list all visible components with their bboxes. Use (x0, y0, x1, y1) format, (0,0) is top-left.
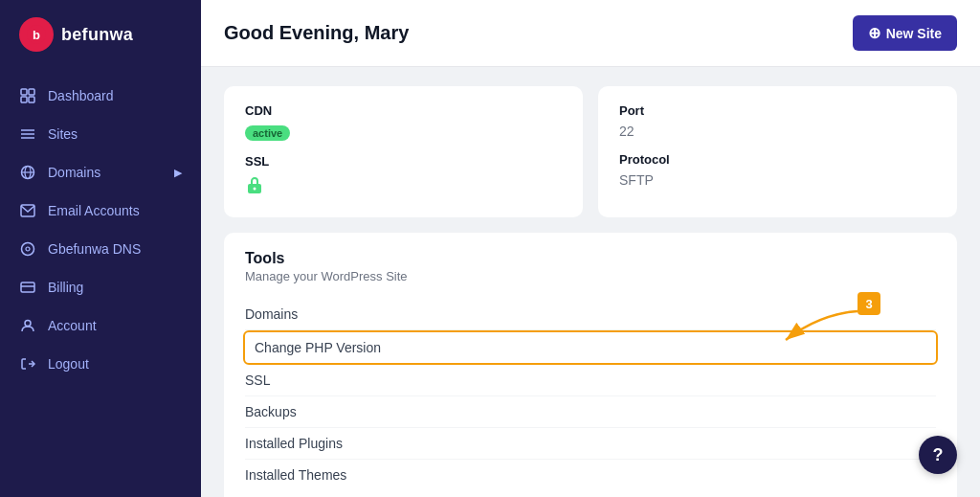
cdn-active-badge: active (245, 125, 290, 141)
annotation-arrow (781, 309, 867, 348)
logo[interactable]: b befunwa (0, 0, 201, 69)
cdn-field: CDN active (245, 103, 562, 141)
tools-item-ssl[interactable]: SSL (245, 365, 936, 396)
logout-icon (19, 355, 36, 373)
sidebar-item-billing-label: Billing (48, 280, 83, 295)
protocol-value: SFTP (619, 172, 936, 188)
port-value: 22 (619, 124, 936, 139)
sidebar-item-dashboard-label: Dashboard (48, 88, 114, 103)
dashboard-icon (19, 87, 36, 104)
help-button[interactable]: ? (919, 436, 957, 474)
tools-subtitle: Manage your WordPress Site (245, 269, 936, 283)
main-area: Good Evening, Mary ⊕ New Site CDN active… (201, 0, 980, 497)
ssl-label: SSL (245, 154, 562, 169)
brand-name: befunwa (61, 25, 133, 45)
email-icon (19, 202, 36, 219)
port-field: Port 22 (619, 103, 936, 139)
svg-rect-15 (21, 282, 34, 292)
new-site-button[interactable]: ⊕ New Site (853, 15, 957, 51)
annotation-step: 3 (858, 292, 880, 315)
cdn-ssl-card: CDN active SSL (224, 86, 583, 217)
sidebar-item-logout-label: Logout (48, 356, 89, 372)
svg-rect-4 (21, 97, 27, 102)
page-title: Good Evening, Mary (224, 22, 409, 44)
help-icon: ? (933, 445, 944, 465)
new-site-label: New Site (886, 26, 942, 41)
sites-icon (19, 125, 36, 143)
svg-point-17 (25, 321, 31, 327)
sidebar-item-account[interactable]: Account (0, 306, 201, 345)
sidebar-item-email-label: Email Accounts (48, 203, 140, 218)
chevron-right-icon: ▶ (174, 167, 182, 179)
protocol-field: Protocol SFTP (619, 152, 936, 188)
svg-point-20 (254, 188, 256, 191)
dns-icon (19, 240, 36, 258)
content-area: CDN active SSL Port (201, 67, 980, 497)
sidebar-navigation: Dashboard Sites Domains (0, 69, 201, 497)
sidebar-item-domains-label: Domains (48, 165, 100, 180)
logo-icon: b (19, 17, 54, 52)
svg-rect-12 (21, 205, 34, 216)
sidebar-item-gbefunwa-dns[interactable]: Gbefunwa DNS (0, 230, 201, 268)
sidebar-item-billing[interactable]: Billing (0, 268, 201, 306)
sidebar-item-sites[interactable]: Sites (0, 115, 201, 153)
tools-item-backups[interactable]: Backups (245, 396, 936, 428)
info-cards-row: CDN active SSL Port (224, 86, 957, 217)
svg-rect-5 (29, 97, 34, 102)
svg-text:b: b (33, 28, 40, 42)
billing-icon (19, 279, 36, 296)
svg-rect-3 (29, 89, 34, 95)
tools-title: Tools (245, 250, 936, 267)
ssl-field: SSL (245, 154, 562, 200)
svg-point-14 (26, 247, 30, 251)
protocol-label: Protocol (619, 152, 936, 167)
port-protocol-card: Port 22 Protocol SFTP (598, 86, 957, 217)
sidebar-item-logout[interactable]: Logout (0, 345, 201, 383)
sidebar: b befunwa Dashboard (0, 0, 201, 497)
port-label: Port (619, 103, 936, 118)
cdn-label: CDN (245, 103, 562, 118)
svg-point-13 (22, 243, 34, 256)
tools-item-installed-plugins[interactable]: Installed Plugins (245, 428, 936, 460)
domains-icon (19, 164, 36, 181)
sidebar-item-dashboard[interactable]: Dashboard (0, 77, 201, 115)
sidebar-item-account-label: Account (48, 318, 97, 333)
tools-card: Tools Manage your WordPress Site 3 (224, 233, 957, 497)
header: Good Evening, Mary ⊕ New Site (201, 0, 980, 67)
sidebar-item-domains[interactable]: Domains ▶ (0, 153, 201, 192)
plus-icon: ⊕ (868, 24, 880, 42)
sidebar-item-email-accounts[interactable]: Email Accounts (0, 192, 201, 230)
svg-rect-2 (21, 89, 27, 95)
ssl-lock-icon (245, 178, 264, 199)
tools-item-installed-themes[interactable]: Installed Themes (245, 460, 936, 490)
account-icon (19, 317, 36, 334)
sidebar-item-sites-label: Sites (48, 126, 78, 142)
sidebar-item-dns-label: Gbefunwa DNS (48, 241, 141, 257)
